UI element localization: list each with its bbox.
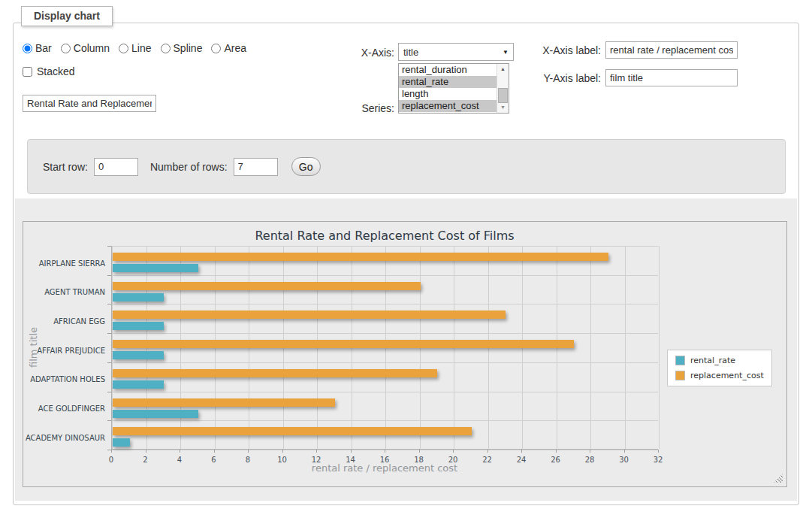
category-label: AFRICAN EGG <box>23 317 105 325</box>
x-tick-mark <box>351 450 352 453</box>
bar-replacement_cost[interactable] <box>113 340 574 348</box>
bar-replacement_cost[interactable] <box>113 427 472 435</box>
bar-replacement_cost[interactable] <box>113 311 506 319</box>
legend-swatch <box>675 356 685 365</box>
num-rows-input[interactable] <box>234 158 278 176</box>
radio-bar[interactable] <box>23 44 32 53</box>
chart-title: Rental Rate and Replacement Cost of Film… <box>111 229 658 243</box>
bar-replacement_cost[interactable] <box>113 253 608 261</box>
x-axis-label-input[interactable] <box>605 41 738 59</box>
bar-rental_rate[interactable] <box>113 293 164 301</box>
option-length[interactable]: length <box>399 88 497 100</box>
resize-handle-icon[interactable] <box>774 474 783 483</box>
radio-area[interactable] <box>211 44 221 53</box>
legend-label: rental_rate <box>690 356 735 365</box>
series-listbox[interactable]: rental_duration rental_rate length repla… <box>398 63 509 114</box>
x-tick-mark <box>658 450 659 453</box>
start-row-label: Start row: <box>43 161 88 173</box>
scrollbar-thumb[interactable] <box>498 88 508 103</box>
radio-bar-label[interactable]: Bar <box>35 42 52 54</box>
gridline-vertical <box>625 246 626 449</box>
option-rental-rate[interactable]: rental_rate <box>399 76 497 88</box>
x-tick-mark <box>282 450 283 453</box>
chart-section: Rental Rate and Replacement Cost of Film… <box>15 198 797 501</box>
chevron-down-icon: ▼ <box>503 49 509 56</box>
gridline-horizontal <box>112 304 658 304</box>
num-rows-label: Number of rows: <box>150 161 228 173</box>
gridline-horizontal <box>112 275 658 276</box>
y-tick-mark <box>107 362 111 363</box>
legend-item[interactable]: rental_rate <box>675 356 764 365</box>
plot-area <box>111 246 658 450</box>
chart-container: Rental Rate and Replacement Cost of Film… <box>23 221 787 487</box>
y-tick-mark <box>107 304 111 304</box>
x-tick-mark <box>385 450 385 453</box>
x-tick-mark <box>316 450 317 453</box>
gridline-horizontal <box>112 420 658 421</box>
x-tick-mark <box>419 450 420 453</box>
radio-column[interactable] <box>61 44 71 53</box>
option-replacement-cost[interactable]: replacement_cost <box>399 100 497 112</box>
bar-replacement_cost[interactable] <box>113 398 335 407</box>
x-tick-mark <box>146 450 146 453</box>
radio-line[interactable] <box>119 44 128 53</box>
display-chart-panel: Display chart Bar Column Line Spline Are… <box>13 23 799 505</box>
legend-item[interactable]: replacement_cost <box>675 371 764 380</box>
x-tick-mark <box>180 450 180 453</box>
listbox-scrollbar[interactable]: ▲ ▼ <box>497 64 509 113</box>
x-tick-mark <box>214 450 215 453</box>
bar-rental_rate[interactable] <box>113 380 164 389</box>
x-tick-mark <box>111 450 112 453</box>
stacked-row: Stacked <box>23 65 75 77</box>
series-options: rental_duration rental_rate length repla… <box>399 64 497 113</box>
category-label: AGENT TRUMAN <box>23 288 105 296</box>
stacked-label[interactable]: Stacked <box>37 65 75 77</box>
y-axis-label-label: Y-Axis label: <box>524 72 601 84</box>
x-axis-title: rental rate / replacement cost <box>111 462 658 474</box>
y-tick-mark <box>107 333 111 334</box>
x-tick-mark <box>624 450 625 453</box>
chart-title-input[interactable] <box>23 95 156 112</box>
panel-title: Display chart <box>21 6 113 26</box>
bar-rental_rate[interactable] <box>113 410 198 418</box>
radio-line-label[interactable]: Line <box>131 42 151 54</box>
x-tick-mark <box>453 450 454 453</box>
radio-spline-label[interactable]: Spline <box>174 42 203 54</box>
go-button[interactable]: Go <box>291 157 321 176</box>
radio-area-label[interactable]: Area <box>224 42 246 54</box>
bar-replacement_cost[interactable] <box>113 369 437 377</box>
stacked-checkbox[interactable] <box>23 67 32 77</box>
gridline-horizontal <box>112 362 658 363</box>
row-range-panel: Start row: Number of rows: Go <box>27 139 786 194</box>
gridline-horizontal <box>112 392 658 392</box>
category-label: ADAPTATION HOLES <box>23 375 105 383</box>
radio-spline[interactable] <box>161 44 171 53</box>
bar-rental_rate[interactable] <box>113 264 198 272</box>
y-tick-mark <box>107 246 111 247</box>
start-row-input[interactable] <box>94 158 138 176</box>
option-rental-duration[interactable]: rental_duration <box>399 64 497 76</box>
scroll-down-icon[interactable]: ▼ <box>497 102 509 113</box>
category-label: AIRPLANE SIERRA <box>23 259 105 267</box>
category-label: ACE GOLDFINGER <box>23 404 105 413</box>
bar-rental_rate[interactable] <box>113 438 130 447</box>
y-tick-mark <box>107 450 111 450</box>
y-tick-mark <box>107 420 111 421</box>
bar-rental_rate[interactable] <box>113 351 164 359</box>
y-axis-label-input[interactable] <box>605 69 738 86</box>
x-axis-selected-value: title <box>403 47 418 58</box>
gridline-horizontal <box>112 246 658 247</box>
category-label: ACADEMY DINOSAUR <box>23 433 105 441</box>
y-tick-mark <box>107 392 111 392</box>
y-tick-mark <box>107 275 111 276</box>
scroll-up-icon[interactable]: ▲ <box>497 64 509 74</box>
x-tick-mark <box>521 450 522 453</box>
x-axis-select[interactable]: title ▼ <box>398 43 514 61</box>
radio-column-label[interactable]: Column <box>74 42 110 54</box>
category-label: AFFAIR PREJUDICE <box>23 346 105 354</box>
chart-legend: rental_ratereplacement_cost <box>667 350 772 386</box>
bar-replacement_cost[interactable] <box>113 282 421 290</box>
gridline-vertical <box>659 246 660 449</box>
series-list-label: Series: <box>314 102 394 114</box>
bar-rental_rate[interactable] <box>113 322 164 330</box>
